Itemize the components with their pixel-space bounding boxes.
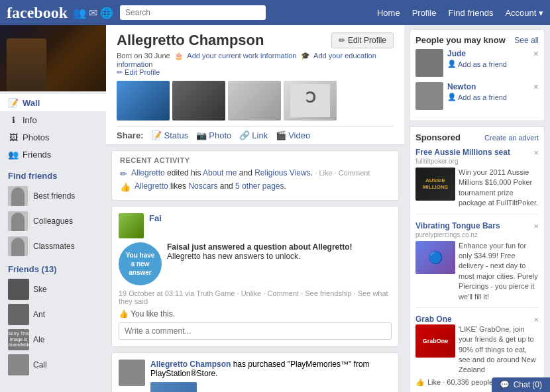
friend-ant[interactable]: Ant (0, 302, 106, 327)
sidebar-info-label: Info (23, 115, 37, 125)
create-advert-link[interactable]: Create an advert (484, 134, 539, 142)
people-see-all[interactable]: See all (514, 36, 539, 45)
see-friendship-link[interactable]: See friendship (305, 289, 351, 297)
ad-poker-body: AUSSIEMILLIONS Win your 2011 Aussie Mill… (415, 168, 539, 209)
allegretto-link-1[interactable]: Allegretto (131, 168, 165, 177)
friends-icon: 👥 (8, 149, 19, 160)
answer-bubble[interactable]: You havea newanswer (119, 242, 162, 285)
suggestion-colleagues[interactable]: Colleagues (0, 209, 106, 234)
photo-thumb-4[interactable]: Ↄ (284, 81, 337, 121)
photo-thumb-1[interactable] (117, 81, 170, 121)
purchase-avatar (119, 360, 145, 386)
newton-add-friend[interactable]: 👤 Add as a friend (447, 93, 507, 101)
recent-activity-title: RECENT ACTIVITY (120, 156, 390, 164)
friend-ale[interactable]: Sorry This Image Is Unavailable Ale (0, 327, 106, 352)
add-work-link[interactable]: Add your current work information (187, 52, 296, 60)
ad-poker-title[interactable]: Free Aussie Millions seat (415, 148, 539, 157)
other-pages-link[interactable]: 5 other pages (235, 181, 284, 191)
about-me-link[interactable]: About me (203, 168, 237, 177)
comment-input-fai[interactable] (119, 322, 392, 340)
nav-home[interactable]: Home (377, 8, 400, 18)
nav-profile[interactable]: Profile (412, 8, 437, 18)
nav-find-friends[interactable]: Find friends (448, 8, 493, 18)
noscars-link[interactable]: Noscars (188, 181, 217, 191)
share-photo[interactable]: 📷 Photo (196, 130, 231, 140)
fai-subtext: Allegretto has new answers to unlock. (167, 252, 353, 261)
ad-tongue-text: Enhance your fun for only $34.99! Free d… (459, 241, 539, 302)
newton-close-button[interactable]: × (533, 82, 539, 91)
friends-section-header[interactable]: Friends (13) (0, 259, 106, 277)
ad-poker-close[interactable]: × (533, 148, 539, 158)
activity-item-2: 👍 Allegretto likes Noscars and 5 other p… (120, 181, 390, 192)
video-label: Video (288, 130, 310, 140)
notifications-icon[interactable]: 🌐 (100, 7, 113, 19)
nav-icons: 👥 ✉ 🌐 (73, 7, 113, 19)
activity-item-1: ✏ Allegretto edited his About me and Rel… (120, 168, 390, 179)
suggestion-avatar-2 (8, 211, 28, 231)
fai-post-meta: Fai (149, 213, 162, 223)
sidebar-item-info[interactable]: ℹ Info (0, 111, 106, 128)
share-status[interactable]: 📝 Status (151, 130, 188, 140)
friend-call[interactable]: Call (0, 352, 106, 377)
bubble-text: You havea newanswer (126, 251, 155, 277)
religious-views-link[interactable]: Religious Views (254, 168, 311, 177)
ad-tongue: × Vibrating Tongue Bars purelypiercings.… (415, 221, 539, 308)
ad-tongue-image[interactable]: 🔵 (415, 241, 455, 274)
edit-profile-button[interactable]: ✏ Edit Profile (331, 32, 394, 48)
sidebar-item-friends[interactable]: 👥 Friends (0, 146, 106, 163)
friend-thumb-ant (8, 304, 29, 325)
like-link-1[interactable]: Like (319, 169, 332, 177)
find-friends-header[interactable]: Find friends (0, 166, 106, 183)
newton-name[interactable]: Newton (447, 82, 507, 91)
fai-headline: Faisal just answered a question about Al… (167, 242, 353, 252)
ad-poker-image[interactable]: AUSSIEMILLIONS (415, 168, 455, 201)
allegretto-link-2[interactable]: Allegretto (135, 181, 168, 191)
right-sidebar: People you may know See all Jude 👤 Add a… (404, 25, 550, 392)
suggestion-classmates[interactable]: Classmates (0, 234, 106, 259)
share-video[interactable]: 🎬 Video (276, 130, 310, 140)
ad-grabone-close[interactable]: × (533, 315, 539, 324)
share-link[interactable]: 🔗 Link (239, 130, 268, 140)
friend-ske[interactable]: Ske (0, 277, 106, 302)
sponsored-title: Sponsored (415, 132, 461, 142)
feed-area: RECENT ACTIVITY ✏ Allegretto edited his … (106, 145, 404, 392)
jude-add-friend[interactable]: 👤 Add as a friend (447, 60, 507, 68)
ad-tongue-body: 🔵 Enhance your fun for only $34.99! Free… (415, 241, 539, 302)
suggestion-name-2: Colleagues (33, 217, 73, 226)
search-input[interactable] (120, 5, 266, 20)
profile-cover (0, 25, 106, 91)
photo-thumb-3[interactable] (228, 81, 281, 121)
info-icon: ℹ (8, 115, 19, 125)
fai-avatar (119, 213, 144, 238)
ad-grabone-title[interactable]: Grab One (415, 315, 539, 324)
purchase-author[interactable]: Allegretto Champson (150, 360, 231, 369)
people-header-row: People you may know See all (415, 35, 539, 45)
purchase-thumb-box[interactable]: PlayMemories (150, 382, 197, 392)
friends-request-icon[interactable]: 👥 (73, 7, 86, 19)
sidebar-item-photos[interactable]: 🖼 Photos (0, 128, 106, 146)
jude-close-button[interactable]: × (533, 49, 539, 58)
chat-bar[interactable]: 💬 Chat (0) (492, 377, 550, 392)
nav-account[interactable]: Account ▾ (505, 8, 543, 18)
photos-icon: 🖼 (8, 132, 19, 142)
suggestion-avatar-3 (8, 236, 28, 256)
ad-grabone-image[interactable]: GrabOne (415, 324, 455, 358)
people-item-newton: Newton 👤 Add as a friend × (415, 82, 539, 110)
comment-link-1[interactable]: Comment (339, 169, 370, 177)
tongue-image-icon: 🔵 (428, 250, 443, 265)
messages-icon[interactable]: ✉ (89, 7, 97, 19)
people-you-may-know-section: People you may know See all Jude 👤 Add a… (410, 29, 545, 121)
comment-box-fai (119, 322, 392, 340)
comment-link-fai[interactable]: Comment (267, 289, 299, 297)
suggestion-best-friends[interactable]: Best friends (0, 183, 106, 209)
friend-thumb-ske (8, 279, 29, 300)
photo-thumb-2[interactable] (172, 81, 225, 121)
jude-name[interactable]: Jude (447, 49, 507, 58)
fai-name[interactable]: Fai (149, 213, 162, 223)
ad-tongue-title[interactable]: Vibrating Tongue Bars (415, 221, 539, 230)
edit-profile-link[interactable]: ✏ Edit Profile (117, 68, 160, 76)
sidebar-item-wall[interactable]: 📝 Wall (0, 94, 106, 111)
unlike-link[interactable]: Unlike (241, 289, 262, 297)
born-date: Born on 30 June (117, 52, 170, 60)
ad-tongue-close[interactable]: × (533, 221, 539, 231)
